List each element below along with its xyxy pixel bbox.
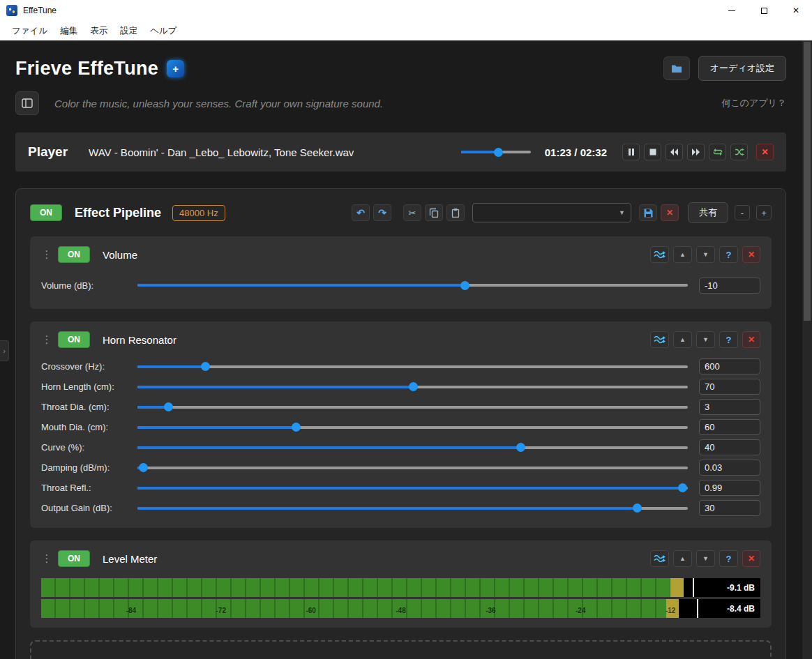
- slider-thumb[interactable]: [633, 503, 642, 513]
- routing-icon: [654, 250, 666, 259]
- output-gain-value-input[interactable]: [699, 500, 760, 516]
- time-display: 01:23 / 02:32: [545, 146, 607, 158]
- seek-slider[interactable]: [461, 146, 531, 158]
- throat-dia-value-input[interactable]: [699, 399, 760, 415]
- move-down-button[interactable]: ▼: [696, 246, 715, 263]
- arrow-up-icon: ▲: [679, 556, 686, 562]
- output-gain-slider[interactable]: [137, 502, 688, 515]
- redo-button[interactable]: ↷: [373, 204, 391, 221]
- menu-help[interactable]: ヘルプ: [144, 22, 183, 40]
- slider-thumb[interactable]: [460, 281, 469, 290]
- maximize-button[interactable]: [748, 0, 780, 21]
- next-track-button[interactable]: [687, 144, 705, 160]
- card-header: ⋮ ON Horn Resonator ▲ ▼ ? ✕: [41, 328, 760, 351]
- copy-button[interactable]: [425, 204, 443, 221]
- slider-thumb[interactable]: [678, 483, 687, 492]
- card-header: ⋮ ON Volume ▲ ▼ ? ✕: [41, 243, 760, 266]
- slider-thumb[interactable]: [292, 423, 301, 432]
- remove-effect-button[interactable]: ✕: [742, 550, 760, 567]
- menu-view[interactable]: 表示: [84, 22, 114, 40]
- curve-slider[interactable]: [137, 441, 688, 454]
- move-down-button[interactable]: ▼: [696, 550, 715, 567]
- slider-thumb[interactable]: [516, 443, 525, 452]
- menu-settings[interactable]: 設定: [114, 22, 144, 40]
- copy-icon: [429, 208, 439, 218]
- save-preset-button[interactable]: [639, 204, 657, 221]
- vertical-scrollbar[interactable]: [802, 40, 812, 659]
- share-button[interactable]: 共有: [688, 202, 728, 223]
- throat-dia-slider[interactable]: [137, 401, 688, 414]
- damping-slider[interactable]: [137, 462, 688, 474]
- drag-handle-icon[interactable]: ⋮: [41, 552, 52, 565]
- close-player-button[interactable]: ✕: [756, 144, 774, 160]
- about-app-link[interactable]: 何このアプリ？: [721, 97, 786, 109]
- drag-handle-icon[interactable]: ⋮: [41, 248, 52, 261]
- curve-value-input[interactable]: [699, 439, 760, 455]
- pause-button[interactable]: [622, 144, 640, 160]
- slider-thumb[interactable]: [201, 362, 210, 371]
- audio-settings-button[interactable]: オーディオ設定: [698, 56, 786, 81]
- throat-refl-value-input[interactable]: [699, 480, 760, 496]
- seek-thumb[interactable]: [494, 148, 503, 157]
- undo-button[interactable]: ↶: [352, 204, 370, 221]
- pipeline-on-toggle[interactable]: ON: [30, 204, 62, 221]
- save-icon: [643, 208, 654, 218]
- volume-value-input[interactable]: [699, 278, 760, 294]
- cut-button[interactable]: ✂: [403, 204, 421, 221]
- previous-track-button[interactable]: [666, 144, 683, 160]
- routing-button[interactable]: [650, 550, 669, 567]
- help-button[interactable]: ?: [719, 550, 738, 567]
- horn-on-toggle[interactable]: ON: [58, 331, 90, 348]
- horn-length-value-input[interactable]: [699, 379, 760, 395]
- horn-length-slider[interactable]: [137, 381, 688, 393]
- slider-fill: [137, 284, 465, 287]
- help-button[interactable]: ?: [719, 246, 738, 263]
- volume-on-toggle[interactable]: ON: [58, 246, 90, 263]
- paste-button[interactable]: [446, 204, 465, 221]
- minimize-icon: [728, 10, 735, 11]
- menubar: ファイル 編集 表示 設定 ヘルプ: [0, 21, 812, 40]
- volume-slider[interactable]: [137, 279, 688, 291]
- panel-toggle-button[interactable]: [15, 91, 39, 115]
- repeat-button[interactable]: [709, 144, 726, 160]
- drag-handle-icon[interactable]: ⋮: [41, 333, 52, 346]
- remove-effect-button[interactable]: ✕: [742, 331, 760, 348]
- remove-effect-button[interactable]: ✕: [742, 246, 760, 263]
- pipeline-title: Effect Pipeline: [75, 206, 161, 220]
- menu-file[interactable]: ファイル: [6, 22, 54, 40]
- param-label: Output Gain (dB):: [41, 503, 137, 513]
- routing-button[interactable]: [650, 331, 669, 348]
- whats-new-button[interactable]: +: [167, 60, 184, 77]
- slider-thumb[interactable]: [409, 382, 418, 391]
- throat-refl-slider[interactable]: [137, 482, 688, 494]
- damping-value-input[interactable]: [699, 460, 760, 476]
- mouth-dia-value-input[interactable]: [699, 419, 760, 435]
- pipeline-toolbar: ↶ ↷ ✂ ▼ ✕ 共有 - +: [352, 202, 772, 223]
- level-meter-on-toggle[interactable]: ON: [58, 550, 90, 567]
- move-up-button[interactable]: ▲: [673, 246, 692, 263]
- shuffle-button[interactable]: [730, 144, 748, 160]
- mouth-dia-slider[interactable]: [137, 421, 688, 434]
- crossover-value-input[interactable]: [699, 358, 760, 374]
- help-button[interactable]: ?: [719, 331, 738, 348]
- delete-preset-button[interactable]: ✕: [661, 204, 679, 221]
- minimize-button[interactable]: [716, 0, 748, 21]
- effect-drop-zone[interactable]: [30, 640, 772, 659]
- slider-thumb[interactable]: [139, 463, 148, 472]
- close-window-button[interactable]: ✕: [780, 0, 812, 21]
- stop-button[interactable]: [644, 144, 661, 160]
- scrollbar-thumb[interactable]: [804, 42, 811, 321]
- crossover-slider[interactable]: [137, 361, 688, 373]
- sidebar-expand-button[interactable]: ›: [0, 340, 9, 361]
- slider-thumb[interactable]: [164, 402, 173, 411]
- menu-edit[interactable]: 編集: [54, 22, 84, 40]
- effect-pipeline-panel: ON Effect Pipeline 48000 Hz ↶ ↷ ✂ ▼: [15, 188, 786, 659]
- zoom-in-button[interactable]: +: [756, 205, 772, 220]
- move-up-button[interactable]: ▲: [673, 331, 692, 348]
- open-music-folder-button[interactable]: [663, 56, 690, 80]
- move-down-button[interactable]: ▼: [696, 331, 715, 348]
- zoom-out-button[interactable]: -: [735, 205, 750, 220]
- preset-select[interactable]: ▼: [472, 203, 631, 222]
- routing-button[interactable]: [650, 246, 669, 263]
- move-up-button[interactable]: ▲: [673, 550, 692, 567]
